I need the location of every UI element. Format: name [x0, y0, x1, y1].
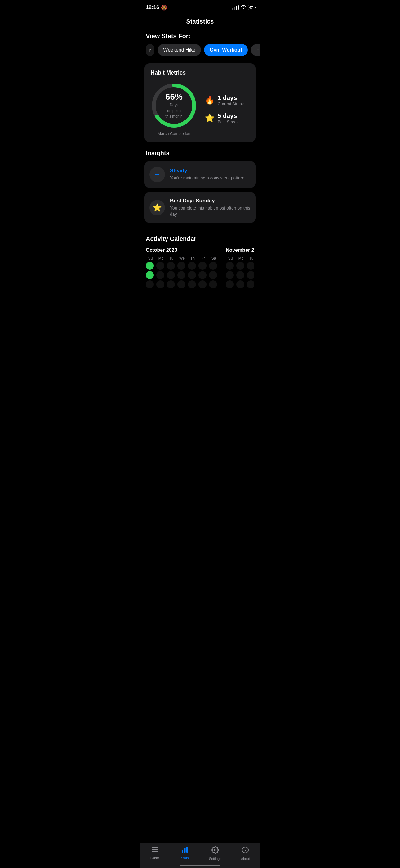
cal-day: [236, 262, 244, 270]
cal-header-su: Su: [146, 256, 155, 260]
circle-month: March Completion: [158, 131, 190, 136]
october-title: October 2023: [146, 247, 218, 253]
november-title: November 2023: [226, 247, 254, 253]
calendars-row: October 2023 Su Mo Tu We Th Fr Sa: [146, 247, 254, 288]
steady-title: Steady: [170, 168, 244, 174]
current-streak-days: 1 days: [218, 94, 244, 101]
october-grid: Su Mo Tu We Th Fr Sa: [146, 256, 218, 288]
cal-day: [226, 280, 234, 288]
battery-indicator: 47: [248, 5, 254, 10]
habit-tab-partial[interactable]: n: [146, 44, 155, 56]
time-display: 12:16: [146, 4, 159, 10]
cal-day: [188, 271, 196, 279]
cal-day: [156, 280, 164, 288]
steady-insight-card: → Steady You're maintaining a consistent…: [144, 161, 256, 188]
cal-day: [156, 262, 164, 270]
best-day-insight-text: Best Day: Sunday You complete this habit…: [170, 198, 251, 217]
cal-day: [198, 280, 206, 288]
best-day-description: You complete this habit most often on th…: [170, 205, 251, 217]
cal-day: [198, 271, 206, 279]
arrow-right-icon: →: [154, 170, 161, 179]
cal-header-we: We: [177, 256, 187, 260]
cal-day: [146, 262, 154, 270]
best-day-insight-card: ⭐ Best Day: Sunday You complete this hab…: [144, 192, 256, 223]
flame-icon: 🔥: [205, 95, 214, 105]
insights-section-title: Insights: [139, 150, 261, 161]
current-streak-label: Current Streak: [218, 101, 244, 106]
steady-insight-text: Steady You're maintaining a consistent p…: [170, 168, 244, 181]
cal-header-mo: Mo: [236, 256, 245, 260]
cal-day: [209, 280, 217, 288]
streak-info: 🔥 1 days Current Streak ⭐ 5 days Best St…: [205, 94, 244, 124]
cal-day: [146, 280, 154, 288]
cal-day: [226, 262, 234, 270]
cal-day: [188, 280, 196, 288]
cal-day: [156, 271, 164, 279]
activity-calendar-title: Activity Calendar: [146, 235, 254, 243]
cal-day: [167, 271, 175, 279]
status-bar: 12:16 🔕 47: [139, 0, 261, 13]
habit-tab-floss[interactable]: Floss: [251, 44, 261, 56]
best-day-title: Best Day: Sunday: [170, 198, 251, 204]
signal-icon: [232, 5, 239, 10]
cal-header-mo: Mo: [156, 256, 166, 260]
best-streak-item: ⭐ 5 days Best Streak: [205, 113, 244, 124]
habit-tab-gym-workout[interactable]: Gym Workout: [204, 44, 248, 56]
completion-circle: 66% Days completedthis month: [151, 82, 197, 129]
cal-day: [226, 271, 234, 279]
habit-tab-weekend-hike[interactable]: Weekend Hike: [158, 44, 201, 56]
circle-text: 66% Days completedthis month: [163, 92, 186, 119]
cal-day: [146, 271, 154, 279]
october-calendar: October 2023 Su Mo Tu We Th Fr Sa: [146, 247, 218, 288]
cal-day: [167, 262, 175, 270]
cal-day: [177, 280, 186, 288]
cal-day: [209, 262, 217, 270]
circle-percent: 66%: [163, 92, 186, 102]
cal-day: [188, 262, 196, 270]
cal-header-sa: Sa: [209, 256, 218, 260]
best-streak-text: 5 days Best Streak: [218, 113, 238, 124]
november-grid: Su Mo Tu We Th Fr Sa: [226, 256, 254, 288]
cal-day: [209, 271, 217, 279]
star-icon: ⭐: [153, 203, 162, 212]
status-right: 47: [232, 5, 254, 10]
current-streak-text: 1 days Current Streak: [218, 94, 244, 106]
cal-day: [247, 271, 254, 279]
cal-header-fr: Fr: [198, 256, 208, 260]
cal-day: [236, 280, 244, 288]
cal-day: [177, 262, 186, 270]
wifi-icon: [241, 5, 246, 10]
best-day-icon-circle: ⭐: [149, 200, 165, 215]
metrics-content: 66% Days completedthis month March Compl…: [151, 82, 249, 136]
cal-day: [177, 271, 186, 279]
best-streak-label: Best Streak: [218, 120, 238, 124]
best-streak-days: 5 days: [218, 113, 238, 120]
current-streak-item: 🔥 1 days Current Streak: [205, 94, 244, 106]
cal-header-tu: Tu: [247, 256, 254, 260]
activity-calendar-section: Activity Calendar October 2023 Su Mo Tu …: [139, 230, 261, 288]
habit-tabs-container: n Weekend Hike Gym Workout Floss: [139, 44, 261, 63]
cal-header-tu: Tu: [167, 256, 176, 260]
cal-day: [247, 262, 254, 270]
status-left: 12:16 🔕: [146, 4, 167, 10]
cal-header-su: Su: [226, 256, 235, 260]
cal-day: [198, 262, 206, 270]
view-stats-label: View Stats For:: [139, 33, 261, 44]
cal-day: [167, 280, 175, 288]
november-calendar: November 2023 Su Mo Tu We Th Fr Sa: [226, 247, 254, 288]
metrics-title: Habit Metrics: [151, 69, 249, 76]
steady-icon-circle: →: [149, 167, 165, 182]
page-title: Statistics: [139, 13, 261, 33]
steady-description: You're maintaining a consistent pattern: [170, 175, 244, 181]
mute-icon: 🔕: [161, 5, 167, 10]
circle-label: Days completedthis month: [165, 103, 182, 119]
cal-day: [247, 280, 254, 288]
cal-header-th: Th: [188, 256, 197, 260]
cal-day: [236, 271, 244, 279]
star-streak-icon: ⭐: [205, 113, 214, 123]
habit-metrics-card: Habit Metrics 66% Days completedthis mon…: [144, 63, 256, 142]
